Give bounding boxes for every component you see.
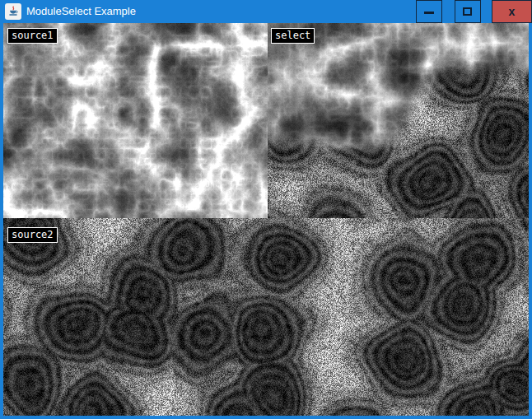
select-label: select: [271, 28, 315, 44]
titlebar[interactable]: ModuleSelect Example x: [0, 0, 532, 23]
noise-render-area: source1 select source2: [3, 23, 529, 416]
app-window: ModuleSelect Example x source1 select so…: [0, 0, 532, 419]
source2-label: source2: [7, 227, 58, 243]
source1-label: source1: [7, 28, 58, 44]
select-noise-image: [268, 23, 529, 218]
close-icon: x: [509, 5, 516, 18]
minimize-icon: [424, 12, 434, 14]
minimize-button[interactable]: [416, 0, 442, 23]
maximize-icon: [463, 7, 472, 16]
window-title: ModuleSelect Example: [26, 0, 136, 23]
source2-noise-image: [3, 218, 529, 416]
java-coffee-cup-icon: [7, 6, 19, 17]
source1-noise-image: [3, 23, 268, 218]
maximize-button[interactable]: [455, 0, 481, 23]
java-app-icon[interactable]: [5, 3, 21, 20]
close-button[interactable]: x: [492, 0, 532, 23]
